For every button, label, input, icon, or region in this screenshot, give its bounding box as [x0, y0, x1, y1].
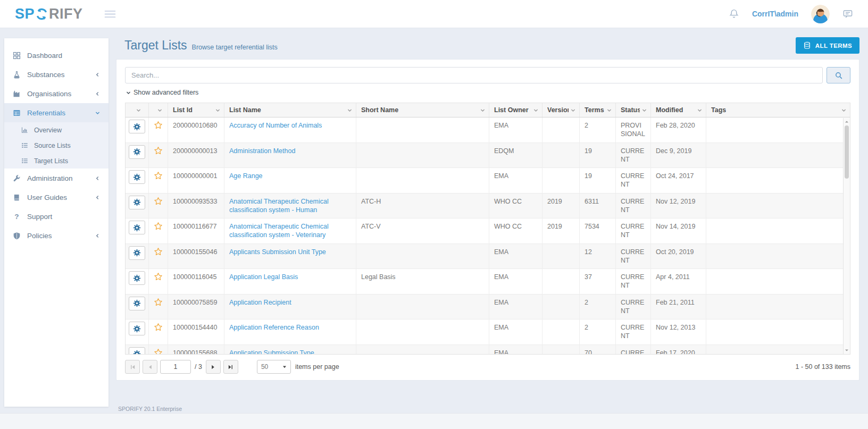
favorite-star-button[interactable]	[154, 323, 163, 332]
row-settings-button[interactable]	[129, 271, 145, 285]
list-name-link[interactable]: Administration Method	[229, 147, 295, 155]
main-content: Target Lists Browse target referential l…	[116, 34, 859, 381]
modified-cell: Nov 14, 2019	[651, 218, 706, 243]
column-header-col-0[interactable]	[126, 103, 149, 117]
sidebar-item-referentials[interactable]: Referentials	[4, 103, 108, 122]
sort-chevron-icon[interactable]	[642, 108, 647, 113]
favorite-star-button[interactable]	[154, 272, 163, 281]
sort-chevron-icon[interactable]	[607, 108, 612, 113]
column-header-terms[interactable]: Terms	[580, 103, 616, 117]
sort-chevron-icon[interactable]	[136, 108, 141, 113]
list-name-link[interactable]: Application Submission Type	[229, 349, 314, 355]
favorite-star-button[interactable]	[154, 121, 163, 130]
page-size-select[interactable]: 50	[257, 360, 291, 374]
table-scrollbar[interactable]	[843, 118, 850, 354]
sort-chevron-icon[interactable]	[533, 108, 538, 113]
prev-page-button[interactable]	[143, 360, 157, 374]
last-page-button[interactable]	[223, 360, 238, 374]
all-terms-button[interactable]: ALL TERMS	[796, 37, 859, 54]
app-logo[interactable]: SP RIFY	[15, 6, 83, 22]
status-cell: CURRENT	[616, 194, 651, 218]
list-name-link[interactable]: Application Legal Basis	[229, 273, 298, 281]
scrollbar-thumb[interactable]	[845, 125, 849, 179]
sidebar-item-source-lists[interactable]: Source Lists	[4, 138, 108, 153]
favorite-star-button[interactable]	[154, 247, 163, 256]
list-name-link[interactable]: Anatomical Therapeutic Chemical classifi…	[229, 223, 329, 239]
table-row: 100000093533 Anatomical Therapeutic Chem…	[126, 194, 850, 219]
favorite-star-button[interactable]	[154, 197, 163, 206]
scroll-up-icon[interactable]	[845, 120, 849, 124]
favorite-star-button[interactable]	[154, 146, 163, 155]
sort-chevron-icon[interactable]	[215, 108, 220, 113]
column-header-short-name[interactable]: Short Name	[356, 103, 489, 117]
sidebar-item-administration[interactable]: Administration	[4, 169, 108, 188]
sidebar-item-dashboard[interactable]: Dashboard	[4, 46, 108, 65]
sidebar-item-substances[interactable]: Substances	[4, 65, 108, 84]
favorite-star-button[interactable]	[154, 222, 163, 231]
terms-cell: 37	[580, 269, 616, 294]
sidebar-item-organisations[interactable]: Organisations	[4, 84, 108, 103]
row-settings-button[interactable]	[129, 145, 145, 159]
sidebar-item-target-lists[interactable]: Target Lists	[4, 153, 108, 169]
page-title: Target Lists	[124, 38, 187, 53]
row-settings-button[interactable]	[129, 221, 145, 234]
list-name-link[interactable]: Applicants Submission Unit Type	[229, 248, 326, 256]
chat-icon[interactable]	[842, 9, 853, 19]
row-settings-button[interactable]	[129, 297, 145, 310]
advanced-filters-toggle[interactable]: Show advanced filters	[126, 89, 850, 96]
menu-icon[interactable]	[104, 10, 116, 18]
short-name-cell: ATC-V	[356, 218, 489, 243]
column-header-col-1[interactable]	[149, 103, 168, 117]
content-card: Show advanced filters List Id List Name …	[116, 59, 859, 381]
scroll-down-icon[interactable]	[845, 348, 849, 352]
column-header-status[interactable]: Status ...	[616, 103, 651, 117]
column-header-tags[interactable]: Tags	[706, 103, 850, 117]
search-input[interactable]	[125, 67, 823, 83]
status-cell: PROVISIONAL	[616, 117, 651, 142]
chevron-left-icon	[95, 233, 100, 238]
column-header-version[interactable]: Version ...	[542, 103, 580, 117]
row-settings-button[interactable]	[129, 170, 145, 184]
search-button[interactable]	[827, 67, 850, 83]
list-name-link[interactable]: Application Reference Reason	[229, 324, 319, 331]
page-number-input[interactable]	[160, 360, 191, 374]
column-header-list-owner[interactable]: List Owner	[489, 103, 542, 117]
row-settings-button[interactable]	[129, 246, 145, 260]
sidebar-item-policies[interactable]: Policies	[4, 226, 108, 245]
favorite-star-button[interactable]	[154, 298, 163, 307]
page-size-value: 50	[261, 363, 268, 371]
sort-chevron-icon[interactable]	[841, 108, 846, 113]
favorite-star-button[interactable]	[154, 171, 163, 180]
sort-chevron-icon[interactable]	[157, 108, 162, 113]
sidebar-item-support[interactable]: ? Support	[4, 207, 108, 226]
list-name-link[interactable]: Age Range	[229, 172, 263, 180]
sort-chevron-icon[interactable]	[480, 108, 485, 113]
version-cell	[542, 269, 580, 294]
row-settings-button[interactable]	[129, 120, 145, 133]
avatar[interactable]	[811, 5, 830, 23]
short-name-cell: ATC-H	[356, 194, 489, 218]
row-settings-button[interactable]	[129, 347, 145, 355]
table-row: 100000155688 Application Submission Type…	[126, 345, 850, 355]
username[interactable]: CorrIT\admin	[752, 10, 798, 18]
column-header-modified[interactable]: Modified	[651, 103, 706, 117]
sort-chevron-icon[interactable]	[571, 108, 575, 113]
sort-chevron-icon[interactable]	[697, 108, 702, 113]
bell-icon[interactable]	[729, 9, 739, 19]
sidebar-item-user-guides[interactable]: User Guides	[4, 188, 108, 207]
row-settings-button[interactable]	[129, 196, 145, 209]
favorite-star-button[interactable]	[154, 348, 163, 355]
gear-icon	[133, 123, 141, 131]
column-header-list-name[interactable]: List Name	[224, 103, 356, 117]
row-settings-button[interactable]	[129, 322, 145, 335]
list-name-link[interactable]: Accuracy of Number of Animals	[229, 122, 322, 129]
source-lists-icon	[21, 142, 30, 149]
sort-chevron-icon[interactable]	[347, 108, 352, 113]
sidebar-item-overview[interactable]: Overview	[4, 122, 108, 138]
list-name-link[interactable]: Anatomical Therapeutic Chemical classifi…	[229, 198, 329, 214]
first-page-button[interactable]	[125, 360, 140, 374]
column-header-list-id[interactable]: List Id	[168, 103, 224, 117]
next-page-button[interactable]	[206, 360, 221, 374]
terms-cell: 2	[580, 295, 616, 319]
list-name-link[interactable]: Application Recipient	[229, 299, 291, 306]
